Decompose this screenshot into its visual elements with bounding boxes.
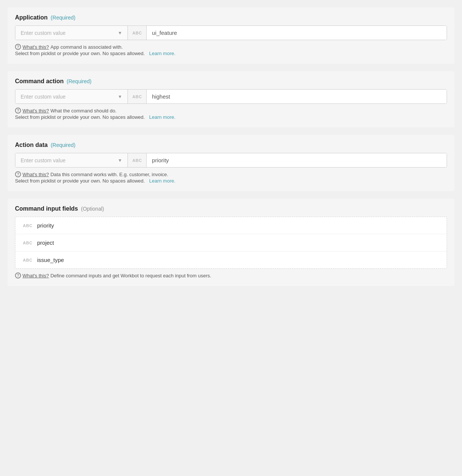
command-input-fields-help-line-1: ? What's this? Define command inputs and… <box>15 272 447 278</box>
application-abc-badge: ABC <box>128 26 147 40</box>
command-action-section: Command action (Required) Enter custom v… <box>8 71 454 127</box>
command-input-fields-help-icon: ? <box>15 272 21 278</box>
command-input-fields-whats-this-link[interactable]: What's this? <box>22 273 49 278</box>
application-section: Application (Required) Enter custom valu… <box>8 7 454 64</box>
command-input-fields-optional: (Optional) <box>81 206 104 212</box>
command-action-help-line-2: Select from picklist or provide your own… <box>15 114 447 120</box>
command-action-abc-badge: ABC <box>128 90 147 103</box>
application-title: Application <box>15 14 48 21</box>
command-action-help-text2: Select from picklist or provide your own… <box>15 114 145 120</box>
command-action-required: (Required) <box>67 78 92 84</box>
action-data-help-line-1: ? What's this? Data this command works w… <box>15 171 447 177</box>
action-data-title: Action data <box>15 142 48 148</box>
application-help-text2: Select from picklist or provide your own… <box>15 51 145 56</box>
command-action-header: Command action (Required) <box>15 78 447 85</box>
command-action-learn-more-link[interactable]: Learn more. <box>149 114 176 120</box>
application-help-line-1: ? What's this? App command is associated… <box>15 44 447 50</box>
command-action-dropdown-arrow-icon: ▼ <box>118 94 122 99</box>
application-learn-more-link[interactable]: Learn more. <box>149 51 176 56</box>
action-data-learn-more-link[interactable]: Learn more. <box>149 178 176 184</box>
field-abc-badge: ABC <box>23 258 33 262</box>
action-data-section: Action data (Required) Enter custom valu… <box>8 135 454 191</box>
application-whats-this-link[interactable]: What's this? <box>22 44 49 50</box>
command-action-text-input[interactable] <box>147 90 447 103</box>
application-dropdown-arrow-icon: ▼ <box>118 30 122 36</box>
application-help-row: ? What's this? App command is associated… <box>15 44 447 56</box>
command-action-dropdown-placeholder: Enter custom value <box>21 94 66 100</box>
command-action-title: Command action <box>15 78 64 85</box>
field-abc-badge: ABC <box>23 241 33 245</box>
command-action-whats-this-link[interactable]: What's this? <box>22 108 49 114</box>
field-abc-badge: ABC <box>23 223 33 228</box>
application-help-line-2: Select from picklist or provide your own… <box>15 51 447 56</box>
command-action-input-row: Enter custom value ▼ ABC <box>15 89 447 104</box>
command-input-fields-help-row: ? What's this? Define command inputs and… <box>15 272 447 278</box>
action-data-dropdown[interactable]: Enter custom value ▼ <box>15 153 128 167</box>
command-action-dropdown[interactable]: Enter custom value ▼ <box>15 90 128 103</box>
action-data-help-row: ? What's this? Data this command works w… <box>15 171 447 184</box>
action-data-help-icon: ? <box>15 171 21 177</box>
command-input-fields-title: Command input fields <box>15 205 78 212</box>
application-help-icon: ? <box>15 44 21 50</box>
field-name: project <box>37 239 54 246</box>
action-data-dropdown-placeholder: Enter custom value <box>21 157 66 163</box>
list-item: ABC issue_type <box>15 251 447 268</box>
command-action-help-line-1: ? What's this? What the command should d… <box>15 108 447 114</box>
command-action-help-text: What the command should do. <box>50 108 116 114</box>
application-dropdown-placeholder: Enter custom value <box>21 30 66 36</box>
command-action-help-icon: ? <box>15 108 21 114</box>
action-data-required: (Required) <box>51 142 75 148</box>
application-required: (Required) <box>51 15 75 21</box>
action-data-dropdown-arrow-icon: ▼ <box>118 158 122 163</box>
application-help-text: App command is associated with. <box>50 44 123 50</box>
command-action-help-row: ? What's this? What the command should d… <box>15 108 447 120</box>
application-text-input[interactable] <box>147 26 447 40</box>
field-name: issue_type <box>37 257 64 263</box>
command-input-fields-header: Command input fields (Optional) <box>15 205 447 212</box>
action-data-input-row: Enter custom value ▼ ABC <box>15 153 447 168</box>
action-data-header: Action data (Required) <box>15 142 447 148</box>
list-item: ABC project <box>15 234 447 251</box>
command-input-fields-list: ABC priority ABC project ABC issue_type <box>15 217 447 269</box>
list-item: ABC priority <box>15 217 447 234</box>
action-data-abc-badge: ABC <box>128 153 147 167</box>
application-header: Application (Required) <box>15 14 447 21</box>
action-data-text-input[interactable] <box>147 153 447 167</box>
action-data-help-line-2: Select from picklist or provide your own… <box>15 178 447 184</box>
action-data-whats-this-link[interactable]: What's this? <box>22 172 49 177</box>
command-input-fields-section: Command input fields (Optional) ABC prio… <box>8 199 454 286</box>
command-input-fields-help-text: Define command inputs and get Workbot to… <box>50 273 211 278</box>
action-data-help-text: Data this command works with. E.g. custo… <box>50 172 168 177</box>
application-dropdown[interactable]: Enter custom value ▼ <box>15 26 128 40</box>
application-input-row: Enter custom value ▼ ABC <box>15 25 447 40</box>
field-name: priority <box>37 222 54 229</box>
action-data-help-text2: Select from picklist or provide your own… <box>15 178 145 184</box>
